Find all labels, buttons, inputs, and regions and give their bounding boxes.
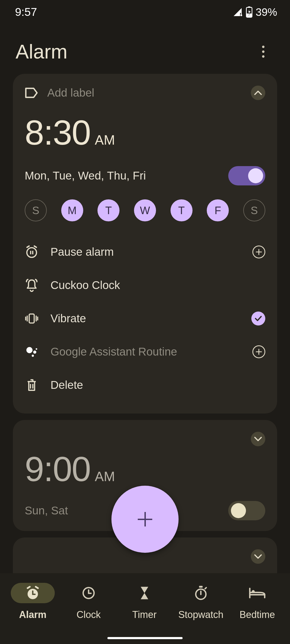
pause-alarm-row[interactable]: Pause alarm: [25, 235, 265, 269]
sound-label: Cuckoo Clock: [50, 279, 120, 292]
battery-icon: [245, 6, 253, 18]
alarm-ampm: AM: [95, 132, 115, 148]
chevron-down-icon: [254, 554, 262, 559]
more-options-button[interactable]: [255, 44, 271, 60]
delete-row[interactable]: Delete: [25, 368, 265, 402]
assistant-routine-row[interactable]: Google Assistant Routine: [25, 335, 265, 368]
alarm-time-button[interactable]: 9:00 AM: [25, 449, 265, 489]
nav-alarm-label: Alarm: [19, 609, 46, 620]
svg-rect-9: [29, 314, 34, 323]
vibrate-row[interactable]: Vibrate: [25, 302, 265, 335]
plus-icon: [255, 348, 263, 356]
alarm-time: 8:30: [25, 112, 90, 153]
nav-clock-label: Clock: [77, 609, 101, 620]
alarm-time: 9:00: [25, 449, 90, 489]
sound-row[interactable]: Cuckoo Clock: [25, 269, 265, 302]
plus-icon: [255, 248, 263, 256]
more-dots-icon: [262, 46, 264, 48]
page-title: Alarm: [16, 40, 67, 63]
alarm-time-button[interactable]: 8:30 AM: [25, 112, 265, 153]
vibrate-icon: [25, 312, 39, 325]
svg-rect-7: [30, 251, 31, 254]
collapse-button[interactable]: [251, 86, 265, 100]
status-time: 9:57: [15, 6, 37, 19]
nav-clock[interactable]: Clock: [67, 583, 111, 623]
nav-stopwatch[interactable]: Stopwatch: [178, 583, 223, 623]
assistant-icon: [25, 345, 39, 359]
battery-pct: 39%: [256, 6, 277, 18]
nav-alarm[interactable]: Alarm: [11, 583, 55, 623]
day-mon[interactable]: M: [61, 199, 83, 221]
assistant-add-button[interactable]: [252, 345, 265, 358]
svg-rect-2: [241, 13, 242, 14]
expand-button[interactable]: [251, 432, 265, 446]
signal-icon: [233, 7, 243, 17]
nav-stopwatch-label: Stopwatch: [178, 609, 223, 620]
vibrate-label: Vibrate: [50, 312, 86, 325]
alarm-card-expanded: Add label 8:30 AM Mon, Tue, Wed, Thu, Fr…: [13, 74, 277, 414]
vibrate-check[interactable]: [251, 312, 265, 325]
expand-button[interactable]: [251, 549, 265, 564]
day-wed[interactable]: W: [134, 199, 156, 221]
nav-bedtime-label: Bedtime: [240, 609, 275, 620]
svg-point-12: [32, 354, 34, 357]
day-sun[interactable]: S: [25, 199, 47, 221]
status-bar: 9:57 39%: [0, 0, 290, 24]
trash-icon: [25, 378, 39, 392]
svg-point-1: [240, 14, 242, 16]
add-label-row[interactable]: Add label: [25, 86, 94, 99]
days-summary: Mon, Tue, Wed, Thu, Fri: [25, 169, 146, 182]
pause-alarm-label: Pause alarm: [50, 246, 114, 258]
label-icon: [25, 87, 38, 98]
alarm-toggle[interactable]: [228, 166, 265, 185]
clock-icon: [81, 586, 96, 600]
day-fri[interactable]: F: [207, 199, 229, 221]
hourglass-icon: [138, 586, 151, 601]
gesture-bar: [107, 637, 183, 639]
alarm-ampm: AM: [95, 469, 115, 484]
bell-icon: [25, 278, 39, 292]
pause-add-button[interactable]: [252, 246, 265, 258]
alarm-list: Add label 8:30 AM Mon, Tue, Wed, Thu, Fr…: [0, 74, 290, 644]
check-icon: [254, 315, 262, 322]
svg-rect-4: [248, 6, 251, 8]
svg-rect-17: [199, 586, 202, 588]
chevron-up-icon: [254, 90, 262, 95]
add-alarm-fab[interactable]: [111, 486, 179, 553]
svg-point-10: [26, 347, 32, 353]
nav-timer-label: Timer: [132, 609, 157, 620]
label-placeholder: Add label: [47, 86, 94, 99]
app-bar: Alarm: [0, 24, 290, 74]
alarm-toggle[interactable]: [228, 501, 265, 520]
chevron-down-icon: [254, 437, 262, 441]
nav-timer[interactable]: Timer: [122, 583, 166, 623]
svg-rect-8: [32, 251, 33, 254]
day-thu[interactable]: T: [171, 199, 193, 221]
svg-point-18: [252, 590, 255, 593]
svg-point-13: [36, 348, 37, 350]
stopwatch-icon: [194, 585, 208, 601]
nav-bedtime[interactable]: Bedtime: [235, 583, 279, 623]
day-tue[interactable]: T: [97, 199, 119, 221]
svg-point-11: [33, 350, 37, 354]
delete-label: Delete: [50, 379, 83, 391]
day-sat[interactable]: S: [243, 199, 265, 221]
bottom-nav: Alarm Clock Timer Stopwatch Bedtime: [0, 573, 290, 644]
days-summary: Sun, Sat: [25, 504, 68, 517]
svg-point-6: [27, 248, 37, 257]
assistant-label: Google Assistant Routine: [50, 345, 177, 358]
weekday-picker: S M T W T F S: [25, 199, 265, 221]
alarm-icon: [25, 585, 41, 601]
bed-icon: [249, 587, 266, 599]
status-icons: 39%: [233, 6, 277, 18]
pause-alarm-icon: [25, 245, 39, 259]
